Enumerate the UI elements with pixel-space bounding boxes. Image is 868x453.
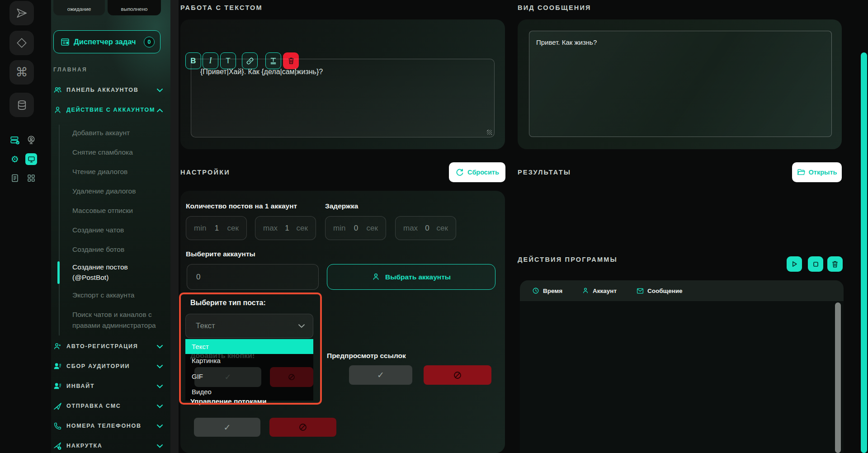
phone-icon [53,422,62,430]
submenu-item-mass-unsub[interactable]: Массовые отписки [72,205,168,216]
sidebar-item-audience-collect[interactable]: СБОР АУДИТОРИИ [53,361,163,372]
table-scrollbar[interactable] [835,302,841,453]
user-badge-icon[interactable] [25,134,37,146]
refresh-icon [455,168,464,177]
submenu-item-create-chats[interactable]: Создание чатов [72,225,168,236]
sidebar-item-label: СБОР АУДИТОРИИ [66,363,130,369]
column-label: Аккаунт [593,288,617,294]
delay-min-input[interactable]: min 0 сек [325,216,386,240]
sidebar-item-account-action[interactable]: ДЕЙСТВИЕ С АККАУНТОМ [53,104,163,115]
accounts-count-input[interactable]: 0 [187,264,319,290]
column-account: Аккаунт [582,280,617,301]
sidebar-item-label: АВТО-РЕГИСТРАЦИЯ [66,343,138,349]
database-icon[interactable] [9,93,34,117]
user-icon [582,287,589,294]
submenu-item-read-dialogs[interactable]: Чтение диалогов [72,166,168,177]
program-actions-title: ДЕЙСТВИЯ ПРОГРАММЫ [518,256,618,263]
input-prefix: max [403,224,418,233]
message-view-title: ВИД СООБЩЕНИЯ [518,4,591,11]
input-unit: сек [437,224,448,233]
submenu-item-export-account[interactable]: Экспорт с аккаунта [72,290,168,301]
sidebar: ожидание выполнено Диспетчер задач 0 ГЛА… [51,0,170,453]
input-unit: сек [297,224,308,233]
submenu-item-add-account[interactable]: Добавить аккаунт [72,127,168,138]
message-preview-box: Привет. Как жизнь? [529,31,832,137]
folder-icon [797,169,805,176]
input-value: 1 [215,224,219,233]
threads-confirm-button[interactable]: ✓ [194,418,260,437]
chevron-down-icon [157,86,163,94]
task-manager-icon [61,38,70,47]
spintax-text: {Привет|Хай}. Как {дела|сам|жизнь}? [200,68,323,76]
envelope-icon [637,288,644,294]
block-icon [453,371,462,380]
plane-plus-icon [53,442,62,450]
task-manager-label: Диспетчер задач [74,38,136,46]
sidebar-item-accounts-panel[interactable]: ПАНЕЛЬ АККАУНТОВ [53,85,163,95]
open-results-button[interactable]: Открыть [792,162,842,182]
user-plus-icon [53,342,62,351]
section-label-main: ГЛАВНАЯ [53,66,87,73]
table-header: Время Аккаунт Сообщение [520,280,844,301]
status-card-waiting[interactable]: ожидание [53,0,105,15]
input-prefix: min [333,224,345,233]
status-done-label: выполнено [121,6,148,12]
user-icon [53,106,62,114]
gear-icon[interactable]: ⚙ [9,153,21,165]
submenu-item-create-bots[interactable]: Создание ботов [72,244,168,255]
delay-max-input[interactable]: max 0 сек [395,216,456,240]
check-icon: ✓ [377,370,384,380]
task-manager-button[interactable]: Диспетчер задач 0 [53,30,160,53]
command-icon[interactable]: ⌘ [9,60,34,85]
status-card-done[interactable]: выполнено [108,0,161,15]
input-value: 0 [354,224,358,233]
submenu-item-spamblock[interactable]: Снятие спамблока [72,147,168,158]
reset-button[interactable]: Сбросить [449,162,505,182]
submenu-item-search-chats[interactable]: Поиск чатов и каналов с правами админист… [72,309,171,331]
input-unit: сек [367,224,378,233]
stop-button[interactable] [808,256,823,272]
settings-title: НАСТРОЙКИ [180,169,230,176]
choose-accounts-button[interactable]: Выбрать аккаунты [327,264,495,290]
sidebar-item-boosting[interactable]: НАКРУТКА [53,440,163,451]
column-time: Время [532,280,562,301]
sidebar-item-invite[interactable]: ИНВАЙТ [53,381,163,392]
sidebar-item-auto-registration[interactable]: АВТО-РЕГИСТРАЦИЯ [53,341,163,352]
chevron-up-icon [157,106,163,114]
sidebar-item-label: ДЕЙСТВИЕ С АККАУНТОМ [66,107,155,113]
posts-max-input[interactable]: max 1 сек [255,216,316,240]
monitor-icon[interactable] [25,153,37,165]
start-button[interactable] [787,256,802,272]
sidebar-scroll-gutter[interactable] [170,0,179,453]
server-check-icon[interactable] [9,134,21,146]
sidebar-item-label: ОТПРАВКА СМС [66,403,121,409]
icon-rail: ⌘ ⚙ [0,0,51,453]
page-scrollbar[interactable] [861,52,867,453]
annotation-red-box [179,293,322,405]
active-item-bar [57,261,60,284]
user-list-icon [53,382,62,391]
submenu-guide-line [59,125,60,335]
sidebar-item-label: ПАНЕЛЬ АККАУНТОВ [66,87,139,93]
posts-per-account-label: Количество постов на 1 аккаунт [186,202,297,210]
reset-label: Сбросить [467,169,499,176]
spintax-textarea[interactable]: {Привет|Хай}. Как {дела|сам|жизнь}? [191,59,495,137]
threads-block-button[interactable] [269,418,336,437]
grid-icon[interactable] [25,172,37,184]
posts-min-input[interactable]: min 1 сек [186,216,247,240]
message-preview-text: Привет. Как жизнь? [536,38,597,46]
input-value: 0 [425,224,429,233]
sidebar-item-send-sms[interactable]: ОТПРАВКА СМС [53,401,163,411]
diamond-icon[interactable] [9,31,34,55]
submenu-item-delete-dialogs[interactable]: Удаление диалогов [72,186,168,197]
results-title: РЕЗУЛЬТАТЫ [518,169,571,176]
column-message: Сообщение [637,280,682,301]
link-preview-on-button[interactable]: ✓ [349,365,412,385]
clear-log-button[interactable] [827,256,843,272]
link-preview-off-button[interactable] [424,365,491,385]
submenu-item-create-posts[interactable]: Создание постов (@PostBot) [72,262,151,283]
sidebar-item-phone-numbers[interactable]: НОМЕРА ТЕЛЕФОНОВ [53,420,163,431]
resize-handle-icon[interactable] [487,130,492,135]
send-icon[interactable] [9,1,34,25]
document-icon[interactable] [9,172,21,184]
